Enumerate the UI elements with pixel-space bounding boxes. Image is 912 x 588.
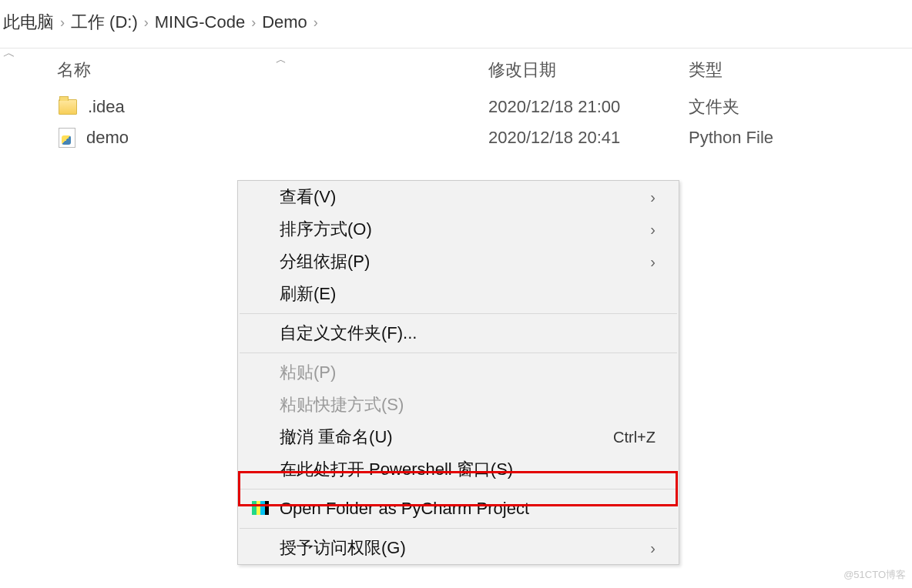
breadcrumb-item[interactable]: 工作 (D:) [71, 11, 138, 34]
menu-item-paste: 粘贴(P) [238, 356, 679, 389]
chevron-right-icon: › [650, 221, 656, 239]
chevron-right-icon: › [650, 189, 656, 206]
chevron-right-icon: › [650, 253, 656, 271]
column-headers: 名称 修改日期 类型 ︿ [18, 48, 912, 92]
menu-label: 撤消 重命名(U) [280, 426, 613, 449]
column-header-name[interactable]: 名称 [18, 58, 450, 82]
menu-separator [240, 352, 677, 353]
python-file-icon [59, 128, 75, 148]
menu-label: 刷新(E) [280, 282, 656, 306]
breadcrumb: 此电脑 › 工作 (D:) › MING-Code › Demo › [0, 0, 912, 48]
menu-item-view[interactable]: 查看(V) › [238, 181, 679, 213]
menu-label: 在此处打开 Powershell 窗口(S) [280, 458, 656, 481]
menu-label: 授予访问权限(G) [280, 536, 650, 560]
chevron-right-icon: › [650, 540, 656, 557]
file-row[interactable]: .idea 2020/12/18 21:00 文件夹 [18, 92, 912, 122]
menu-item-customize[interactable]: 自定义文件夹(F)... [238, 317, 679, 349]
breadcrumb-item[interactable]: MING-Code [155, 12, 245, 32]
menu-item-undo[interactable]: 撤消 重命名(U) Ctrl+Z [238, 421, 679, 453]
menu-item-sort[interactable]: 排序方式(O) › [238, 213, 679, 246]
context-menu: 查看(V) › 排序方式(O) › 分组依据(P) › 刷新(E) 自定义文件夹… [237, 180, 679, 565]
menu-label: 查看(V) [280, 185, 650, 209]
menu-label: 分组依据(P) [280, 250, 650, 273]
menu-label: Open Folder as PyCharm Project [280, 499, 656, 519]
menu-item-refresh[interactable]: 刷新(E) [238, 278, 679, 310]
menu-separator [240, 313, 677, 314]
sort-caret-icon[interactable]: ︿ [0, 45, 18, 61]
chevron-right-icon[interactable]: › [144, 15, 149, 31]
menu-label: 自定义文件夹(F)... [280, 322, 656, 345]
file-list: 名称 修改日期 类型 ︿ .idea 2020/12/18 21:00 文件夹 … [18, 48, 912, 153]
menu-item-pycharm[interactable]: Open Folder as PyCharm Project [238, 493, 679, 525]
file-modified: 2020/12/18 21:00 [450, 97, 681, 117]
menu-label: 排序方式(O) [280, 218, 650, 241]
chevron-right-icon[interactable]: › [251, 15, 256, 31]
menu-separator [240, 489, 677, 489]
chevron-right-icon[interactable]: › [314, 15, 318, 31]
menu-item-group[interactable]: 分组依据(P) › [238, 246, 679, 278]
file-row[interactable]: demo 2020/12/18 20:41 Python File [18, 122, 912, 153]
breadcrumb-item[interactable]: Demo [262, 12, 307, 32]
file-name: .idea [88, 97, 125, 117]
menu-item-share[interactable]: 授予访问权限(G) › [238, 532, 679, 564]
menu-item-powershell[interactable]: 在此处打开 Powershell 窗口(S) [238, 453, 679, 486]
file-type: Python File [681, 128, 881, 148]
menu-separator [240, 528, 677, 529]
column-header-type[interactable]: 类型 [681, 58, 881, 82]
sort-caret-icon[interactable]: ︿ [276, 53, 287, 67]
menu-shortcut: Ctrl+Z [613, 429, 656, 446]
chevron-right-icon[interactable]: › [60, 15, 65, 31]
file-type: 文件夹 [681, 95, 881, 119]
watermark: @51CTO博客 [843, 568, 906, 582]
folder-icon [59, 99, 77, 115]
column-header-modified[interactable]: 修改日期 [450, 58, 681, 82]
breadcrumb-item[interactable]: 此电脑 [3, 11, 54, 34]
menu-label: 粘贴(P) [280, 361, 656, 384]
file-modified: 2020/12/18 20:41 [450, 128, 681, 148]
menu-item-paste-shortcut: 粘贴快捷方式(S) [238, 389, 679, 421]
pycharm-icon [252, 501, 270, 516]
file-name: demo [86, 128, 129, 148]
menu-label: 粘贴快捷方式(S) [280, 393, 656, 416]
